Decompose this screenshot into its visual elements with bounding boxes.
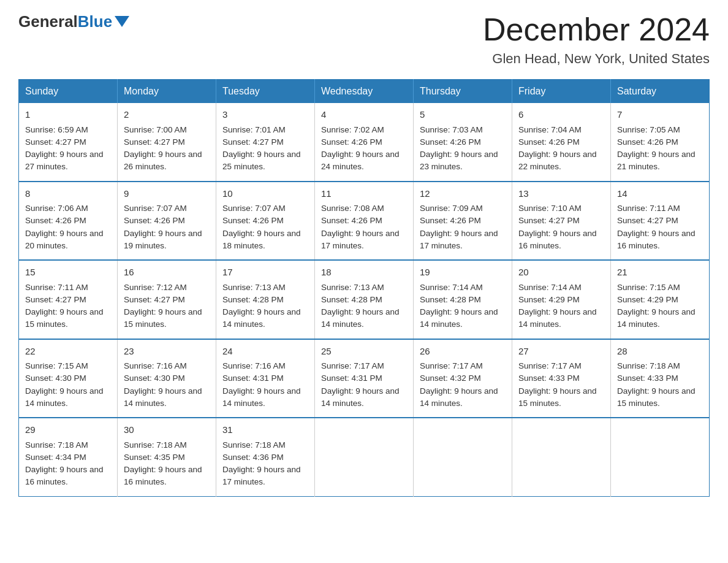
day-number: 10 xyxy=(222,187,308,201)
weekday-header-monday: Monday xyxy=(118,80,216,104)
day-number: 14 xyxy=(617,187,703,201)
day-number: 19 xyxy=(420,266,506,280)
day-number: 24 xyxy=(222,345,308,359)
weekday-header-saturday: Saturday xyxy=(611,80,710,104)
day-number: 21 xyxy=(617,266,703,280)
calendar-cell: 28Sunrise: 7:18 AMSunset: 4:33 PMDayligh… xyxy=(611,339,710,418)
page-header: General Blue December 2024 Glen Head, Ne… xyxy=(18,12,710,67)
day-number: 15 xyxy=(25,266,111,280)
day-number: 17 xyxy=(222,266,308,280)
day-number: 13 xyxy=(518,187,604,201)
day-number: 20 xyxy=(518,266,604,280)
calendar-week-row: 15Sunrise: 7:11 AMSunset: 4:27 PMDayligh… xyxy=(19,260,710,339)
page-subtitle: Glen Head, New York, United States xyxy=(483,51,710,67)
calendar-cell: 26Sunrise: 7:17 AMSunset: 4:32 PMDayligh… xyxy=(414,339,512,418)
calendar-cell: 20Sunrise: 7:14 AMSunset: 4:29 PMDayligh… xyxy=(512,260,611,339)
day-number: 16 xyxy=(124,266,210,280)
calendar-cell: 7Sunrise: 7:05 AMSunset: 4:26 PMDaylight… xyxy=(611,103,710,182)
day-number: 31 xyxy=(222,423,308,437)
calendar-cell: 1Sunrise: 6:59 AMSunset: 4:27 PMDaylight… xyxy=(19,103,118,182)
calendar-cell: 6Sunrise: 7:04 AMSunset: 4:26 PMDaylight… xyxy=(512,103,611,182)
logo-general-text: General xyxy=(18,12,78,31)
day-number: 8 xyxy=(25,187,111,201)
calendar-cell: 11Sunrise: 7:08 AMSunset: 4:26 PMDayligh… xyxy=(315,182,414,261)
calendar-cell: 30Sunrise: 7:18 AMSunset: 4:35 PMDayligh… xyxy=(118,418,216,496)
calendar-cell: 13Sunrise: 7:10 AMSunset: 4:27 PMDayligh… xyxy=(512,182,611,261)
calendar-cell: 2Sunrise: 7:00 AMSunset: 4:27 PMDaylight… xyxy=(118,103,216,182)
calendar-cell xyxy=(512,418,611,496)
day-number: 26 xyxy=(420,345,506,359)
day-number: 12 xyxy=(420,187,506,201)
calendar-week-row: 1Sunrise: 6:59 AMSunset: 4:27 PMDaylight… xyxy=(19,103,710,182)
day-number: 11 xyxy=(321,187,407,201)
calendar-cell: 19Sunrise: 7:14 AMSunset: 4:28 PMDayligh… xyxy=(414,260,512,339)
weekday-header-tuesday: Tuesday xyxy=(216,80,315,104)
calendar-cell: 3Sunrise: 7:01 AMSunset: 4:27 PMDaylight… xyxy=(216,103,315,182)
calendar-week-row: 22Sunrise: 7:15 AMSunset: 4:30 PMDayligh… xyxy=(19,339,710,418)
calendar-cell: 9Sunrise: 7:07 AMSunset: 4:26 PMDaylight… xyxy=(118,182,216,261)
calendar-cell: 31Sunrise: 7:18 AMSunset: 4:36 PMDayligh… xyxy=(216,418,315,496)
calendar-cell: 12Sunrise: 7:09 AMSunset: 4:26 PMDayligh… xyxy=(414,182,512,261)
calendar-cell: 15Sunrise: 7:11 AMSunset: 4:27 PMDayligh… xyxy=(19,260,118,339)
calendar-cell: 5Sunrise: 7:03 AMSunset: 4:26 PMDaylight… xyxy=(414,103,512,182)
calendar-cell: 29Sunrise: 7:18 AMSunset: 4:34 PMDayligh… xyxy=(19,418,118,496)
day-number: 5 xyxy=(420,108,506,122)
weekday-header-thursday: Thursday xyxy=(414,80,512,104)
day-number: 7 xyxy=(617,108,703,122)
calendar-table: SundayMondayTuesdayWednesdayThursdayFrid… xyxy=(18,79,710,497)
calendar-cell xyxy=(611,418,710,496)
day-number: 1 xyxy=(25,108,111,122)
calendar-cell: 8Sunrise: 7:06 AMSunset: 4:26 PMDaylight… xyxy=(19,182,118,261)
calendar-cell: 23Sunrise: 7:16 AMSunset: 4:30 PMDayligh… xyxy=(118,339,216,418)
day-number: 29 xyxy=(25,423,111,437)
calendar-week-row: 29Sunrise: 7:18 AMSunset: 4:34 PMDayligh… xyxy=(19,418,710,496)
day-number: 2 xyxy=(124,108,210,122)
calendar-cell: 16Sunrise: 7:12 AMSunset: 4:27 PMDayligh… xyxy=(118,260,216,339)
logo-blue-text: Blue xyxy=(78,12,112,31)
calendar-cell: 21Sunrise: 7:15 AMSunset: 4:29 PMDayligh… xyxy=(611,260,710,339)
day-number: 9 xyxy=(124,187,210,201)
calendar-cell: 22Sunrise: 7:15 AMSunset: 4:30 PMDayligh… xyxy=(19,339,118,418)
weekday-header-sunday: Sunday xyxy=(19,80,118,104)
day-number: 22 xyxy=(25,345,111,359)
calendar-week-row: 8Sunrise: 7:06 AMSunset: 4:26 PMDaylight… xyxy=(19,182,710,261)
calendar-cell: 10Sunrise: 7:07 AMSunset: 4:26 PMDayligh… xyxy=(216,182,315,261)
logo: General Blue xyxy=(18,12,129,31)
calendar-cell xyxy=(414,418,512,496)
day-number: 18 xyxy=(321,266,407,280)
page-title: December 2024 xyxy=(483,12,710,47)
day-number: 23 xyxy=(124,345,210,359)
weekday-header-friday: Friday xyxy=(512,80,611,104)
weekday-header-wednesday: Wednesday xyxy=(315,80,414,104)
calendar-cell xyxy=(315,418,414,496)
calendar-cell: 18Sunrise: 7:13 AMSunset: 4:28 PMDayligh… xyxy=(315,260,414,339)
calendar-cell: 17Sunrise: 7:13 AMSunset: 4:28 PMDayligh… xyxy=(216,260,315,339)
day-number: 30 xyxy=(124,423,210,437)
logo-triangle-icon xyxy=(115,16,129,27)
title-section: December 2024 Glen Head, New York, Unite… xyxy=(483,12,710,67)
day-number: 25 xyxy=(321,345,407,359)
calendar-cell: 4Sunrise: 7:02 AMSunset: 4:26 PMDaylight… xyxy=(315,103,414,182)
calendar-cell: 14Sunrise: 7:11 AMSunset: 4:27 PMDayligh… xyxy=(611,182,710,261)
weekday-header-row: SundayMondayTuesdayWednesdayThursdayFrid… xyxy=(19,80,710,104)
day-number: 6 xyxy=(518,108,604,122)
calendar-cell: 25Sunrise: 7:17 AMSunset: 4:31 PMDayligh… xyxy=(315,339,414,418)
day-number: 4 xyxy=(321,108,407,122)
day-number: 3 xyxy=(222,108,308,122)
day-number: 27 xyxy=(518,345,604,359)
calendar-cell: 27Sunrise: 7:17 AMSunset: 4:33 PMDayligh… xyxy=(512,339,611,418)
day-number: 28 xyxy=(617,345,703,359)
calendar-cell: 24Sunrise: 7:16 AMSunset: 4:31 PMDayligh… xyxy=(216,339,315,418)
